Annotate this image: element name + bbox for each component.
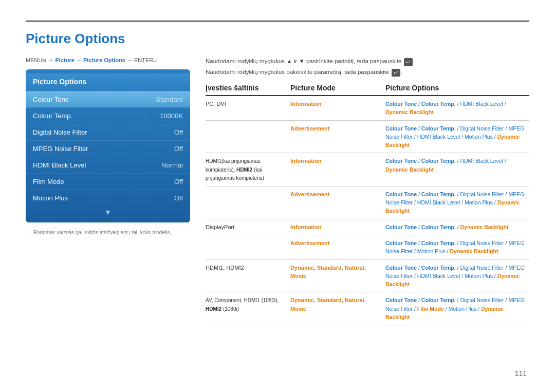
breadcrumb-options: Picture Options <box>83 57 125 63</box>
row-options: Colour Tone / Colour Temp. / Digital Noi… <box>385 190 529 215</box>
breadcrumb-picture: Picture <box>55 57 75 63</box>
page-number: 111 <box>515 369 527 378</box>
row-source: DisplayPort <box>206 223 290 232</box>
table-row: AV, Component, HDMI1 (1080i), HDMI2 (108… <box>206 292 529 325</box>
table-row: DisplayPort Information Colour Tone / Co… <box>206 219 529 236</box>
menu-item-digital-noise[interactable]: Digital Noise Filter Off <box>26 124 190 140</box>
row-mode: Dynamic, Standard, Natural, Movie <box>290 264 385 281</box>
breadcrumb-arrow1: → <box>48 57 55 63</box>
row-source: HDMI1, HDMI2 <box>206 264 290 272</box>
enter-key-icon2: ⮐ <box>392 69 400 77</box>
top-rule <box>26 21 529 22</box>
menu-item-label: MPEG Noise Filter <box>33 145 88 153</box>
table-header: Įvesties šaltinis Picture Mode Picture O… <box>206 84 529 96</box>
menu-item-hdmi-black[interactable]: HDMI Black Level Normal <box>26 157 190 173</box>
menu-item-film-mode[interactable]: Film Mode Off <box>26 173 190 190</box>
row-options: Colour Tone / Colour Temp. / HDMI Black … <box>385 100 529 117</box>
breadcrumb-arrow3: → ENTER <box>127 57 153 63</box>
menu-scroll-arrow: ▼ <box>26 206 190 218</box>
row-mode: Information <box>290 157 385 165</box>
menu-box: Picture Options Colour Tone Standard Col… <box>26 69 190 222</box>
col-header-source: Įvesties šaltinis <box>206 84 290 92</box>
table-section: Įvesties šaltinis Picture Mode Picture O… <box>206 84 529 325</box>
row-mode: Information <box>290 223 385 232</box>
row-options: Colour Tone / Colour Temp. / Digital Noi… <box>385 264 529 289</box>
col-header-mode: Picture Mode <box>290 84 385 92</box>
menu-item-value: Standard <box>156 96 183 103</box>
row-mode: Advertisement <box>290 124 385 133</box>
menu-item-colour-tone[interactable]: Colour Tone Standard <box>26 91 190 107</box>
row-options: Colour Tone / Colour Temp. / Digital Noi… <box>385 296 529 321</box>
breadcrumb-arrow2: → <box>76 57 83 63</box>
menu-item-label: Film Mode <box>33 178 64 185</box>
instruction-2: Naudodami rodyklių mygtukus pakeiskite p… <box>206 68 529 77</box>
instruction-1: Naudodami rodyklių mygtukus ▲ ir ▼ pasir… <box>206 57 529 66</box>
menu-item-label: Digital Noise Filter <box>33 128 87 136</box>
page-container: Picture Options MENU⊞ → Picture → Pictur… <box>0 0 555 392</box>
left-column: MENU⊞ → Picture → Picture Options → ENTE… <box>26 57 190 325</box>
row-options: Colour Tone / Colour Temp. / HDMI Black … <box>385 157 529 174</box>
content-wrapper: MENU⊞ → Picture → Picture Options → ENTE… <box>26 57 529 325</box>
menu-item-colour-temp[interactable]: Colour Temp. 10000K <box>26 107 190 124</box>
menu-item-mpeg-noise[interactable]: MPEG Noise Filter Off <box>26 140 190 157</box>
enter-key-icon: ⮐ <box>404 58 413 66</box>
breadcrumb-menu: MENU⊞ <box>26 57 46 63</box>
menu-item-value: Normal <box>161 161 183 169</box>
table-row: Advertisement Colour Tone / Colour Temp.… <box>206 121 529 154</box>
table-row: HDMI1, HDMI2 Dynamic, Standard, Natural,… <box>206 260 529 293</box>
menu-item-label: HDMI Black Level <box>33 161 86 169</box>
breadcrumb: MENU⊞ → Picture → Picture Options → ENTE… <box>26 57 190 63</box>
menu-item-value: Off <box>174 145 183 153</box>
table-row: PC, DVI Information Colour Tone / Colour… <box>206 96 529 121</box>
row-source: HDMI1(kai prijungiamas kompiuteris), HDM… <box>206 157 290 182</box>
table-body: PC, DVI Information Colour Tone / Colour… <box>206 96 529 325</box>
menu-item-value: 10000K <box>160 112 183 120</box>
row-mode: Information <box>290 100 385 108</box>
menu-item-label: Colour Temp. <box>33 112 72 120</box>
menu-item-motion-plus[interactable]: Motion Plus Off <box>26 190 190 206</box>
row-source: AV, Component, HDMI1 (1080i), HDMI2 (108… <box>206 296 290 313</box>
row-mode: Advertisement <box>290 239 385 248</box>
row-source: PC, DVI <box>206 100 290 108</box>
right-column: Naudodami rodyklių mygtukus ▲ ir ▼ pasir… <box>206 57 529 325</box>
menu-item-value: Off <box>174 178 183 185</box>
row-options: Colour Tone / Colour Temp. / Digital Noi… <box>385 124 529 150</box>
menu-item-value: Off <box>174 194 183 202</box>
footnote: Rodomas vaizdas gali skirtis atsižvelgia… <box>26 230 190 235</box>
col-header-options: Picture Options <box>385 84 529 92</box>
table-row: HDMI1(kai prijungiamas kompiuteris), HDM… <box>206 153 529 186</box>
row-options: Colour Tone / Colour Temp. / Digital Noi… <box>385 239 529 256</box>
row-mode: Dynamic, Standard, Natural, Movie <box>290 296 385 313</box>
row-options: Colour Tone / Colour Temp. / Dynamic Bac… <box>385 223 529 231</box>
menu-box-title: Picture Options <box>26 73 190 91</box>
menu-item-label: Motion Plus <box>33 194 68 202</box>
menu-item-value: Off <box>174 128 183 136</box>
table-row: Advertisement Colour Tone / Colour Temp.… <box>206 186 529 219</box>
table-row: Advertisement Colour Tone / Colour Temp.… <box>206 235 529 260</box>
row-mode: Advertisement <box>290 190 385 199</box>
menu-item-label: Colour Tone <box>33 96 69 103</box>
page-title: Picture Options <box>26 31 529 47</box>
